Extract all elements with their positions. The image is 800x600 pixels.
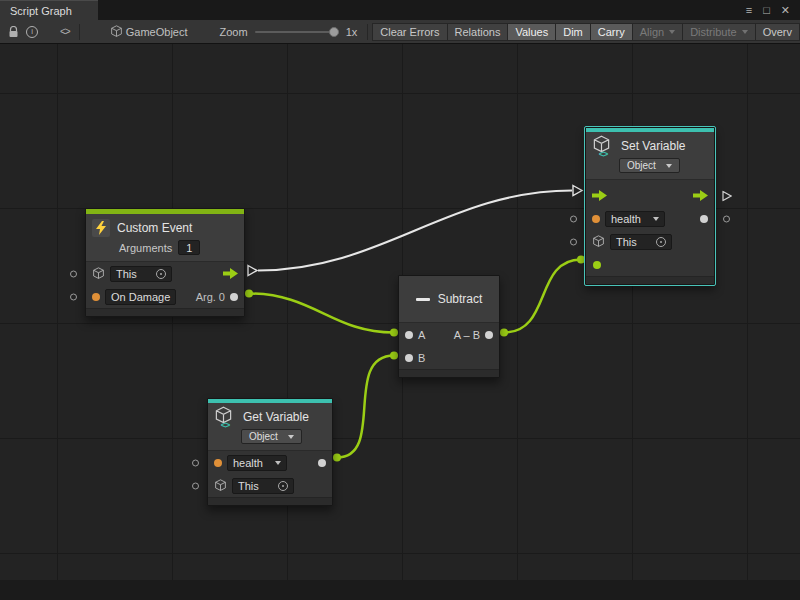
node-body: This On Damage Arg. 0 [86, 261, 244, 308]
string-port-icon[interactable] [592, 215, 600, 223]
arg0-label: Arg. 0 [196, 291, 225, 303]
code-badge: <> [221, 420, 230, 430]
control-output-marker[interactable] [722, 190, 732, 201]
port-name-input[interactable] [570, 215, 577, 222]
arg0-output-port[interactable] [230, 293, 238, 301]
wire-subtract-to-setvar[interactable] [504, 260, 581, 333]
row-variable-name: health [586, 207, 714, 230]
distribute-button[interactable]: Distribute [682, 23, 755, 41]
close-icon[interactable]: ✕ [781, 4, 790, 17]
scope-value: Object [627, 160, 656, 171]
lock-icon[interactable] [4, 23, 23, 41]
wire-endpoint[interactable] [500, 329, 508, 337]
row-b: B [399, 346, 499, 369]
graph-canvas[interactable]: Custom Event Arguments 1 This [0, 44, 800, 600]
control-output-port[interactable] [223, 268, 238, 279]
variable-node-icon: <> [214, 406, 236, 428]
object-picker-icon[interactable] [278, 481, 288, 491]
object-picker-icon[interactable] [156, 269, 166, 279]
event-name-field[interactable]: On Damage [105, 289, 176, 305]
node-header[interactable]: <> Set Variable Object [586, 132, 714, 179]
input-b-port[interactable] [405, 354, 413, 362]
control-input-port[interactable] [592, 190, 607, 201]
port-name-input[interactable] [192, 459, 199, 466]
target-field[interactable]: This [610, 234, 672, 250]
window-menu-icon[interactable]: ≡ [746, 4, 752, 16]
arguments-input[interactable]: 1 [178, 240, 200, 255]
chevron-down-icon [275, 461, 281, 465]
variable-scope-dropdown[interactable]: Object [619, 158, 680, 173]
wire-control-end-arrow [573, 186, 582, 196]
port-target-input[interactable] [570, 238, 577, 245]
value-output-port[interactable] [700, 215, 708, 223]
chevron-down-icon [653, 217, 659, 221]
row-variable-name: health [208, 451, 332, 474]
wire-endpoint[interactable] [390, 352, 398, 360]
target-field[interactable]: This [110, 266, 172, 282]
wire-endpoint[interactable] [245, 290, 253, 298]
wire-endpoint[interactable] [390, 329, 398, 337]
node-footer [586, 276, 714, 284]
input-b-label: B [418, 352, 425, 364]
overview-button[interactable]: Overv [755, 23, 800, 41]
gameobject-label[interactable]: GameObject [126, 26, 188, 38]
port-target-input[interactable] [192, 482, 199, 489]
cube-icon [214, 479, 227, 492]
value-output-marker[interactable] [723, 215, 730, 222]
carry-button[interactable]: Carry [590, 23, 633, 41]
target-field[interactable]: This [232, 478, 294, 494]
node-footer [399, 369, 499, 377]
relations-button[interactable]: Relations [447, 23, 509, 41]
canvas-bottom-edge [0, 580, 800, 600]
port-target-input[interactable] [70, 270, 77, 277]
scope-value: Object [249, 431, 278, 442]
variable-node-icon: <> [592, 135, 614, 157]
window-controls: ≡ □ ✕ [746, 0, 800, 20]
tab-title: Script Graph [10, 5, 72, 17]
output-port[interactable] [485, 331, 493, 339]
wire-arg0-to-subtract-a[interactable] [249, 294, 394, 333]
custom-event-icon [92, 219, 110, 237]
port-name-input[interactable] [70, 293, 77, 300]
string-port-icon[interactable] [92, 293, 100, 301]
chevron-down-icon [669, 30, 675, 34]
variable-name-dropdown[interactable]: health [605, 211, 665, 227]
object-picker-icon[interactable] [656, 237, 666, 247]
node-header[interactable]: Subtract [399, 276, 499, 322]
node-get-variable[interactable]: <> Get Variable Object health [207, 398, 333, 506]
maximize-icon[interactable]: □ [763, 4, 770, 16]
wire-endpoint[interactable] [333, 454, 341, 462]
wire-getvar-to-subtract-b[interactable] [337, 356, 394, 458]
string-port-icon[interactable] [214, 459, 222, 467]
node-body: A A – B B [399, 322, 499, 369]
tab-script-graph[interactable]: Script Graph [0, 0, 98, 20]
zoom-slider[interactable] [255, 31, 339, 33]
node-subtract[interactable]: Subtract A A – B B [398, 275, 500, 378]
dim-button[interactable]: Dim [555, 23, 591, 41]
row-target: This [86, 262, 244, 285]
variable-name-dropdown[interactable]: health [227, 455, 287, 471]
input-a-port[interactable] [405, 331, 413, 339]
node-custom-event[interactable]: Custom Event Arguments 1 This [85, 208, 245, 317]
node-header[interactable]: Custom Event Arguments 1 [86, 214, 244, 261]
zoom-slider-handle[interactable] [329, 27, 339, 37]
node-set-variable[interactable]: <> Set Variable Object [585, 127, 715, 285]
tab-bar: Script Graph ≡ □ ✕ [0, 0, 800, 20]
value-input-port[interactable] [593, 261, 601, 269]
input-a-label: A [418, 329, 425, 341]
unity-window: Script Graph ≡ □ ✕ i <> GameObject Zoom … [0, 0, 800, 600]
align-button[interactable]: Align [632, 23, 683, 41]
info-icon[interactable]: i [23, 23, 42, 41]
node-title: Custom Event [117, 221, 192, 235]
variable-scope-dropdown[interactable]: Object [241, 429, 302, 444]
control-output-port[interactable] [693, 190, 708, 201]
code-badge: <> [599, 149, 608, 159]
wire-endpoint[interactable] [577, 256, 585, 264]
code-view-icon[interactable]: <> [55, 23, 74, 41]
clear-errors-button[interactable]: Clear Errors [372, 23, 447, 41]
zoom-label: Zoom [220, 26, 248, 38]
values-button[interactable]: Values [507, 23, 556, 41]
node-header[interactable]: <> Get Variable Object [208, 403, 332, 450]
wire-control[interactable] [258, 191, 572, 271]
value-output-port[interactable] [318, 459, 326, 467]
